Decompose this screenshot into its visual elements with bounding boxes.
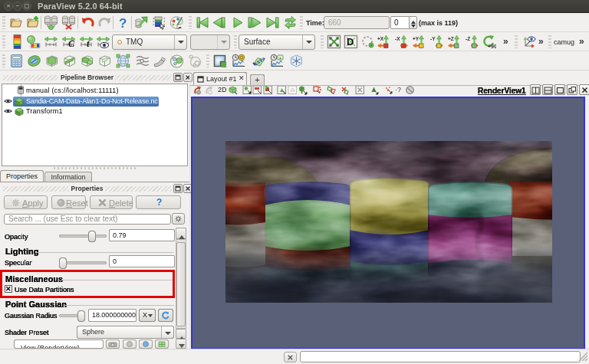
svg-text:-Y: -Y (430, 36, 436, 41)
svg-text:+Y: +Y (413, 36, 420, 41)
svg-text:+90: +90 (488, 44, 496, 49)
svg-text:?: ? (119, 16, 127, 30)
svg-text:+Z: +Z (448, 36, 454, 41)
svg-text:-X: -X (395, 36, 400, 41)
svg-text:C: C (68, 38, 75, 49)
svg-text:D: D (347, 36, 354, 48)
svg-text:+X: +X (377, 36, 384, 41)
svg-text:-Z: -Z (466, 36, 470, 41)
